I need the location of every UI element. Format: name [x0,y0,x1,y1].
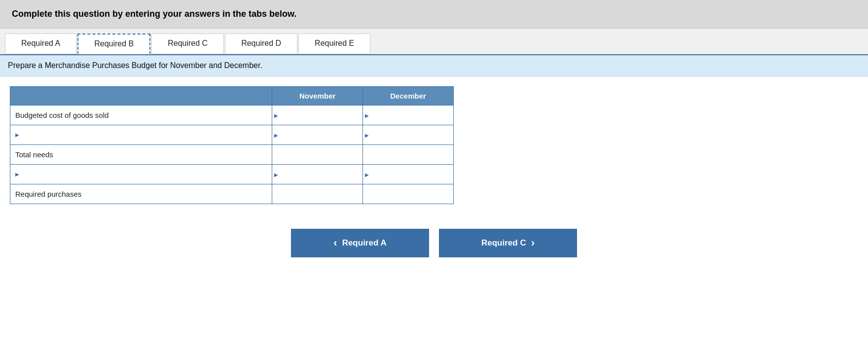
dec-cell-required-purchases [363,184,454,204]
row-label-input-1[interactable] [22,131,261,139]
prev-arrow-icon: ‹ [333,237,337,249]
nov-cell-cogs[interactable] [272,106,363,125]
tab-required-b[interactable]: Required B [77,34,150,54]
nov-input-editable2[interactable] [272,165,362,184]
next-arrow-icon: › [531,237,535,249]
dec-cell-editable2[interactable] [363,165,454,184]
table-row: Required purchases [10,184,454,204]
dec-input-total-needs[interactable] [363,145,453,164]
row-label-required-purchases: Required purchases [10,184,272,204]
row-label-cogs: Budgeted cost of goods sold [10,106,272,125]
nov-cell-required-purchases [272,184,363,204]
table-row: Budgeted cost of goods sold [10,106,454,125]
next-button[interactable]: Required C › [439,229,577,257]
next-button-label: Required C [481,238,526,248]
budget-table: November December Budgeted cost of goods… [10,86,454,204]
tab-required-c[interactable]: Required C [151,34,224,54]
nov-input-editable1[interactable] [272,125,362,144]
row-label-total-needs: Total needs [10,145,272,165]
row-label-editable2[interactable] [10,165,272,184]
prev-button-label: Required A [342,238,387,248]
col-header-november: November [272,87,363,106]
row-label-input-2[interactable] [22,170,261,178]
dec-input-required-purchases[interactable] [363,184,453,204]
nov-cell-total-needs [272,145,363,165]
nov-input-required-purchases[interactable] [272,184,362,204]
nov-input-cogs[interactable] [272,106,362,125]
nav-buttons: ‹ Required A Required C › [0,214,868,267]
dec-input-editable1[interactable] [363,125,453,144]
col-header-december: December [363,87,454,106]
description-text: Prepare a Merchandise Purchases Budget f… [8,61,262,70]
dec-input-editable2[interactable] [363,165,453,184]
instruction-bar: Complete this question by entering your … [0,0,868,29]
col-header-label [10,87,272,106]
tab-required-a[interactable]: Required A [5,34,76,54]
table-row [10,125,454,145]
row-label-editable1[interactable] [10,125,272,145]
instruction-text: Complete this question by entering your … [12,9,296,19]
nov-input-total-needs[interactable] [272,145,362,164]
table-row [10,165,454,184]
tabs-container: Required A Required B Required C Require… [0,29,868,55]
dec-cell-editable1[interactable] [363,125,454,145]
table-section: November December Budgeted cost of goods… [0,76,868,214]
dec-cell-total-needs [363,145,454,165]
nov-cell-editable2[interactable] [272,165,363,184]
description-bar: Prepare a Merchandise Purchases Budget f… [0,55,868,76]
tab-required-d[interactable]: Required D [225,34,297,54]
dec-cell-cogs[interactable] [363,106,454,125]
table-row: Total needs [10,145,454,165]
table-header-row: November December [10,87,454,106]
nov-cell-editable1[interactable] [272,125,363,145]
tab-required-e[interactable]: Required E [298,34,370,54]
dec-input-cogs[interactable] [363,106,453,125]
prev-button[interactable]: ‹ Required A [291,229,429,257]
